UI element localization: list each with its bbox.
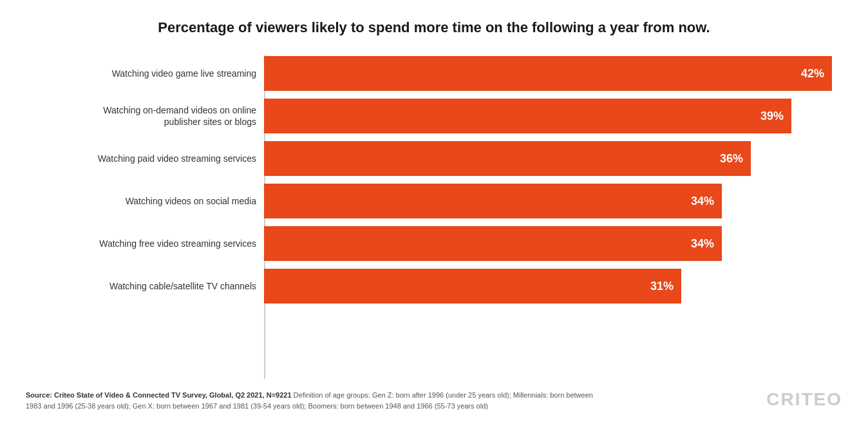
bar-container: 36% <box>264 140 842 177</box>
criteo-logo: CRITEO <box>766 389 842 411</box>
bar: 39% <box>264 99 791 133</box>
chart-row: Watching video game live streaming42% <box>26 55 842 92</box>
bar: 31% <box>264 269 681 304</box>
footer-text: Source: Criteo State of Video & Connecte… <box>26 390 605 411</box>
bar: 34% <box>264 226 722 261</box>
footer-source-bold: Source: Criteo State of Video & Connecte… <box>26 391 292 399</box>
bar-container: 34% <box>264 183 842 219</box>
chart-area: Watching video game live streaming42%Wat… <box>26 55 842 379</box>
bar-label: Watching free video streaming services <box>26 238 264 249</box>
bar: 42% <box>264 56 832 91</box>
footer: Source: Criteo State of Video & Connecte… <box>26 389 842 411</box>
bar: 34% <box>264 184 722 218</box>
bar-value: 34% <box>691 195 714 208</box>
bar-value: 39% <box>760 110 784 123</box>
bar-container: 34% <box>264 226 842 262</box>
chart-row: Watching cable/satellite TV channels31% <box>26 268 842 304</box>
bar-value: 31% <box>650 280 674 293</box>
chart-title: Percentage of viewers likely to spend mo… <box>26 19 842 36</box>
bar-label: Watching on-demand videos on onlinepubli… <box>26 104 264 128</box>
bar-label: Watching videos on social media <box>26 195 264 207</box>
bar-label: Watching paid video streaming services <box>26 153 264 164</box>
bar-label: Watching cable/satellite TV channels <box>26 280 264 292</box>
chart-row: Watching on-demand videos on onlinepubli… <box>26 98 842 134</box>
bar-container: 31% <box>264 268 842 304</box>
bar-label: Watching video game live streaming <box>26 68 264 79</box>
bar-value: 42% <box>801 67 824 81</box>
chart-row: Watching paid video streaming services36… <box>26 140 842 177</box>
bar: 36% <box>264 141 751 176</box>
chart-row: Watching videos on social media34% <box>26 183 842 219</box>
bars-container: Watching video game live streaming42%Wat… <box>26 55 842 311</box>
bar-value: 36% <box>720 152 743 166</box>
bar-container: 42% <box>264 55 842 92</box>
chart-row: Watching free video streaming services34… <box>26 226 842 262</box>
bar-value: 34% <box>691 237 714 251</box>
bar-container: 39% <box>264 98 842 134</box>
